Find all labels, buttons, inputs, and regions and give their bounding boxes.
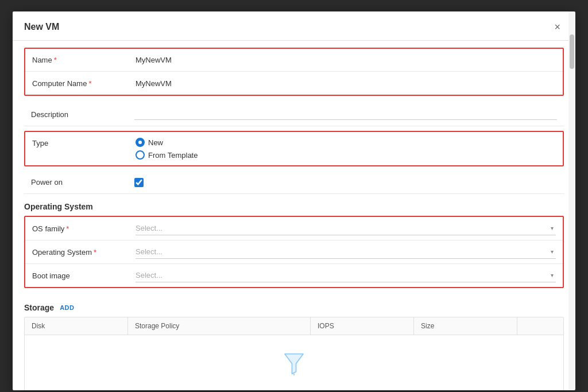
table-header: Disk Storage Policy IOPS Size xyxy=(25,317,563,335)
os-section-header: Operating System xyxy=(24,194,564,216)
os-required: * xyxy=(94,248,96,257)
type-template-label: From Template xyxy=(148,151,198,160)
name-label: Name * xyxy=(32,56,136,64)
storage-title: Storage xyxy=(24,303,54,312)
os-family-required: * xyxy=(66,224,69,233)
th-actions xyxy=(517,317,563,335)
computer-name-required: * xyxy=(88,79,91,88)
type-label: Type xyxy=(32,138,136,148)
funnel-icon xyxy=(283,352,305,375)
boot-image-chevron-icon: ▾ xyxy=(551,272,554,278)
modal-header: New VM × xyxy=(13,11,575,41)
type-template-option[interactable]: From Template xyxy=(136,150,198,160)
name-value: MyNewVM xyxy=(136,56,556,64)
os-family-label: OS family * xyxy=(32,224,136,233)
boot-image-placeholder: Select... xyxy=(136,271,163,280)
type-section-box: Type New From Template xyxy=(24,131,564,166)
name-section-box: Name * MyNewVM Computer Name * MyNewVM xyxy=(24,48,564,96)
boot-image-label: Boot image xyxy=(32,271,136,280)
th-iops: IOPS xyxy=(311,317,414,335)
operating-system-row: Operating System * Select... ▾ xyxy=(25,240,563,264)
power-on-row: Power on xyxy=(24,171,564,194)
type-new-option[interactable]: New xyxy=(136,138,198,147)
power-on-checkbox[interactable] xyxy=(134,178,144,187)
description-label: Description xyxy=(31,110,134,119)
new-vm-modal: New VM × Name * MyNewVM Computer Name xyxy=(13,11,575,390)
os-family-row: OS family * Select... ▾ xyxy=(25,217,563,240)
type-new-label: New xyxy=(148,138,163,147)
type-radio-group: New From Template xyxy=(136,138,198,160)
os-family-chevron-icon: ▾ xyxy=(551,225,554,231)
os-family-placeholder: Select... xyxy=(136,224,163,232)
computer-name-row: Computer Name * MyNewVM xyxy=(25,72,563,95)
operating-system-placeholder: Select... xyxy=(136,247,163,256)
scrollbar-thumb[interactable] xyxy=(570,34,574,69)
th-disk: Disk xyxy=(25,317,128,335)
storage-add-button[interactable]: ADD xyxy=(60,304,74,311)
table-empty-state xyxy=(25,335,563,390)
os-chevron-icon: ▾ xyxy=(551,249,554,255)
computer-name-value: MyNewVM xyxy=(136,79,556,88)
boot-image-select[interactable]: Select... ▾ xyxy=(136,269,556,282)
scrollbar-track[interactable] xyxy=(568,11,575,390)
modal-body: Name * MyNewVM Computer Name * MyNewVM D… xyxy=(13,48,575,390)
radio-template[interactable] xyxy=(136,150,145,160)
storage-table: Disk Storage Policy IOPS Size xyxy=(24,317,564,390)
close-button[interactable]: × xyxy=(551,21,564,33)
th-size: Size xyxy=(414,317,517,335)
name-required: * xyxy=(54,56,57,64)
th-storage-policy: Storage Policy xyxy=(128,317,311,335)
description-input[interactable] xyxy=(134,108,557,120)
power-on-label: Power on xyxy=(31,178,134,187)
description-row: Description xyxy=(24,103,564,126)
radio-new[interactable] xyxy=(136,138,145,147)
os-section-box: OS family * Select... ▾ Operating System… xyxy=(24,216,564,288)
os-family-select[interactable]: Select... ▾ xyxy=(136,222,556,235)
name-row: Name * MyNewVM xyxy=(25,49,563,72)
computer-name-label: Computer Name * xyxy=(32,79,136,88)
boot-image-row: Boot image Select... ▾ xyxy=(25,264,563,287)
storage-header: Storage ADD xyxy=(24,295,564,317)
modal-title: New VM xyxy=(24,22,59,32)
operating-system-select[interactable]: Select... ▾ xyxy=(136,245,556,259)
operating-system-label: Operating System * xyxy=(32,248,136,257)
